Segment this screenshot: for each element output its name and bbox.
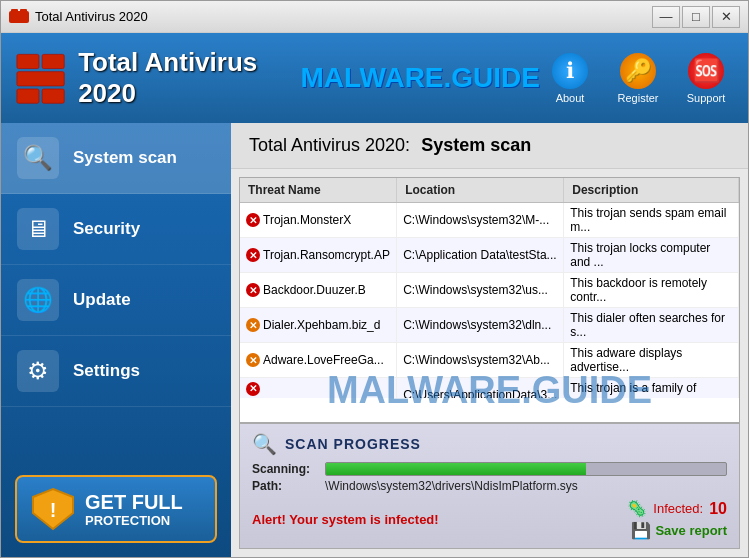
threat-status-icon: ✕ — [246, 382, 260, 396]
scan-rows: Scanning: Path: \Windows\system32\driver… — [252, 462, 727, 493]
app-header: Total Antivirus 2020 MALWARE.GUIDE ℹ Abo… — [1, 33, 748, 123]
main-window: Total Antivirus 2020 — □ ✕ Total Antivir… — [0, 0, 749, 558]
alert-text: Alert! Your system is infected! — [252, 512, 439, 527]
security-icon: 🖥 — [17, 208, 59, 250]
svg-rect-4 — [42, 54, 64, 68]
save-icon: 💾 — [631, 521, 651, 540]
infected-label: Infected: — [653, 501, 703, 516]
system-scan-icon: 🔍 — [17, 137, 59, 179]
malware-guide-header: MALWARE.GUIDE — [300, 62, 540, 94]
threat-description-cell: This dialer often searches for s... — [564, 308, 739, 343]
header-nav: ℹ About 🔑 Register 🆘 Support — [540, 53, 736, 104]
path-row: Path: \Windows\system32\drivers\NdisImPl… — [252, 479, 727, 493]
threat-location-cell: C:\Windows\system32\M-... — [397, 203, 564, 238]
support-icon: 🆘 — [688, 53, 724, 89]
register-icon: 🔑 — [620, 53, 656, 89]
threat-location-cell: C:\Windows\system32\dln... — [397, 308, 564, 343]
settings-label: Settings — [73, 361, 140, 381]
col-header-location: Location — [397, 178, 564, 203]
table-row[interactable]: ✕Trojan.Ransomcrypt.APC:\Application Dat… — [240, 238, 739, 273]
about-button[interactable]: ℹ About — [540, 53, 600, 104]
threat-location-cell: C:\Application Data\testSta... — [397, 238, 564, 273]
threats-table-scroll[interactable]: Threat Name Location Description ✕Trojan… — [240, 178, 739, 398]
save-report-label: Save report — [655, 523, 727, 538]
save-report-button[interactable]: 💾 Save report — [631, 521, 727, 540]
scanning-row: Scanning: — [252, 462, 727, 476]
close-button[interactable]: ✕ — [712, 6, 740, 28]
support-button[interactable]: 🆘 Support — [676, 53, 736, 104]
threat-description-cell: This trojan is a family of progra... — [564, 378, 739, 399]
svg-rect-6 — [17, 89, 39, 103]
title-bar: Total Antivirus 2020 — □ ✕ — [1, 1, 748, 33]
infected-line: 🦠 Infected: 10 — [627, 499, 727, 518]
table-row[interactable]: ✕Trojan:Win32/FakeSys...C:\Users\Applica… — [240, 378, 739, 399]
sidebar-item-system-scan[interactable]: 🔍 System scan — [1, 123, 231, 194]
threat-name-cell: ✕Trojan.Ransomcrypt.AP — [240, 238, 397, 273]
firewall-icon — [13, 43, 68, 113]
register-label: Register — [618, 92, 659, 104]
sidebar-item-security[interactable]: 🖥 Security — [1, 194, 231, 265]
maximize-button[interactable]: □ — [682, 6, 710, 28]
minimize-button[interactable]: — — [652, 6, 680, 28]
right-panel: Total Antivirus 2020: System scan Threat… — [231, 123, 748, 557]
threat-status-icon: ✕ — [246, 318, 260, 332]
update-icon: 🌐 — [17, 279, 59, 321]
table-row[interactable]: ✕Trojan.MonsterXC:\Windows\system32\M-..… — [240, 203, 739, 238]
svg-rect-2 — [20, 9, 27, 18]
threat-location-cell: C:\Windows\system32\us... — [397, 273, 564, 308]
threats-table: Threat Name Location Description ✕Trojan… — [240, 178, 739, 398]
path-label: Path: — [252, 479, 317, 493]
threat-status-icon: ✕ — [246, 248, 260, 262]
threat-location-cell: C:\Users\ApplicationData\3... — [397, 378, 564, 399]
get-protection-button[interactable]: ! GET FULL PROTECTION — [15, 475, 217, 543]
sidebar: 🔍 System scan 🖥 Security 🌐 Update ⚙ Sett… — [1, 123, 231, 557]
get-text-area: GET FULL PROTECTION — [85, 491, 183, 528]
col-header-description: Description — [564, 178, 739, 203]
sidebar-item-settings[interactable]: ⚙ Settings — [1, 336, 231, 407]
threat-name-cell: ✕Trojan.MonsterX — [240, 203, 397, 238]
system-scan-label: System scan — [73, 148, 177, 168]
window-title: Total Antivirus 2020 — [35, 9, 652, 24]
scan-path-value: \Windows\system32\drivers\NdisImPlatform… — [325, 479, 727, 493]
page-prefix: Total Antivirus 2020: — [249, 135, 410, 155]
progress-bar-fill — [326, 463, 586, 475]
page-header: Total Antivirus 2020: System scan — [231, 123, 748, 169]
threat-status-icon: ✕ — [246, 213, 260, 227]
page-title: System scan — [421, 135, 531, 155]
logo-area: Total Antivirus 2020 MALWARE.GUIDE — [13, 43, 540, 113]
infected-icon: 🦠 — [627, 499, 647, 518]
scan-progress-header: 🔍 Scan Progress — [252, 432, 727, 456]
scan-progress-panel: 🔍 Scan Progress Scanning: Path: \Windows… — [239, 423, 740, 549]
shield-icon: ! — [31, 487, 75, 531]
svg-rect-5 — [17, 72, 64, 86]
about-icon: ℹ — [552, 53, 588, 89]
threat-name-cell: ✕Dialer.Xpehbam.biz_d — [240, 308, 397, 343]
magnifier-icon: 🔍 — [252, 432, 277, 456]
app-icon — [9, 7, 29, 27]
threat-name-cell: ✕Adware.LoveFreeGa... — [240, 343, 397, 378]
window-controls: — □ ✕ — [652, 6, 740, 28]
about-label: About — [556, 92, 585, 104]
infected-area: 🦠 Infected: 10 💾 Save report — [627, 499, 727, 540]
threat-description-cell: This backdoor is remotely contr... — [564, 273, 739, 308]
sidebar-item-update[interactable]: 🌐 Update — [1, 265, 231, 336]
scanning-label: Scanning: — [252, 462, 317, 476]
col-header-threat: Threat Name — [240, 178, 397, 203]
threat-status-icon: ✕ — [246, 353, 260, 367]
threat-description-cell: This trojan locks computer and ... — [564, 238, 739, 273]
svg-rect-1 — [11, 9, 18, 18]
threats-panel: Threat Name Location Description ✕Trojan… — [239, 177, 740, 423]
support-label: Support — [687, 92, 726, 104]
svg-rect-7 — [42, 89, 64, 103]
table-row[interactable]: ✕Dialer.Xpehbam.biz_dC:\Windows\system32… — [240, 308, 739, 343]
threat-name-cell: ✕Trojan:Win32/FakeSys... — [240, 378, 397, 399]
threat-status-icon: ✕ — [246, 283, 260, 297]
threat-description-cell: This trojan sends spam email m... — [564, 203, 739, 238]
progress-bar — [325, 462, 727, 476]
table-row[interactable]: ✕Backdoor.Duuzer.BC:\Windows\system32\us… — [240, 273, 739, 308]
table-row[interactable]: ✕Adware.LoveFreeGa...C:\Windows\system32… — [240, 343, 739, 378]
register-button[interactable]: 🔑 Register — [608, 53, 668, 104]
update-label: Update — [73, 290, 131, 310]
security-label: Security — [73, 219, 140, 239]
scan-progress-title: Scan Progress — [285, 436, 421, 452]
